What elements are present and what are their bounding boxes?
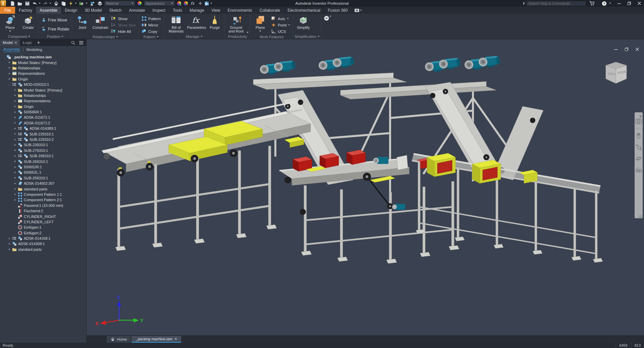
sketch-icon[interactable] [68, 1, 73, 6]
tree-item-cylinder-right[interactable]: CYLINDER_RIGHT [0, 214, 86, 219]
select-icon[interactable] [79, 1, 84, 6]
undo-icon[interactable] [32, 1, 37, 6]
pattern-button[interactable]: Pattern [140, 15, 162, 22]
expand-search-icon[interactable] [523, 2, 525, 5]
axis-button[interactable]: Axis [270, 15, 291, 22]
dropdown-caret[interactable] [49, 3, 51, 4]
collab-icon[interactable] [90, 1, 95, 6]
tree-item-standard-parts[interactable]: +standard parts [0, 247, 86, 252]
parameters-button[interactable]: fxParameters [188, 14, 205, 30]
tree-expander[interactable]: + [13, 110, 16, 114]
ribbon-group-label[interactable]: Component [1, 34, 37, 39]
tree-item-adsk-014502-307[interactable]: +ADSK-014502:307 [0, 181, 86, 186]
tree-expander[interactable]: + [13, 192, 16, 196]
tree-expander[interactable]: + [13, 165, 16, 169]
dropdown-caret[interactable] [287, 18, 289, 19]
tree-expander[interactable]: + [8, 77, 11, 81]
tree-item-500652r-1[interactable]: +500652R:1 [0, 164, 86, 170]
packing-machine-model[interactable]: X Y Z [87, 39, 644, 335]
tree-item-sub-269310-1[interactable]: +SUB-269310:1 [0, 159, 86, 164]
ribbon-group-label[interactable]: Manage [165, 34, 223, 39]
paste-icon[interactable] [61, 1, 66, 6]
ribbon-tab-inspect[interactable]: Inspect [149, 7, 169, 14]
tree-item-sub-239310-1[interactable]: +SUB-239310:1 [0, 142, 86, 148]
tree-expander[interactable]: + [13, 149, 16, 152]
tree-item-mod-029310-1[interactable]: -MOD-029310:1 [0, 82, 86, 87]
group-dropdown-caret[interactable] [157, 36, 159, 38]
tree-item-relationships[interactable]: +Relationships [0, 65, 86, 71]
ribbon-tab-collaborate[interactable]: Collaborate [256, 7, 284, 14]
full-navigation-wheel-icon[interactable] [635, 118, 642, 125]
ribbon-tab-environments[interactable]: Environments [224, 7, 256, 14]
tree-item-500586r-1[interactable]: +500586R:1 [0, 109, 86, 115]
tree-item-standard-parts[interactable]: +standard parts [0, 186, 86, 191]
ribbon-group-label[interactable]: Pattern [140, 35, 162, 39]
help-caret[interactable] [609, 3, 611, 4]
drawing-icon[interactable] [204, 1, 209, 6]
tree-item-sub-229310-2[interactable]: +SUB-229310:2 [0, 137, 86, 142]
dropdown-caret[interactable] [75, 3, 77, 4]
tree-item-adsk-014308-1[interactable]: +ADSK-014308:1 [0, 241, 86, 246]
group-dropdown-caret[interactable] [61, 36, 63, 37]
group-dropdown-caret[interactable] [116, 36, 118, 38]
toolbar-overflow-caret[interactable] [210, 3, 212, 4]
tree-expander[interactable]: + [13, 187, 16, 191]
tree-expander[interactable]: + [13, 138, 16, 141]
tree-expander[interactable]: + [8, 237, 11, 240]
tree-expander[interactable]: + [13, 198, 16, 202]
redo-icon[interactable] [43, 1, 48, 6]
tree-item-packing-machine-iam[interactable]: _packing machine.iam [0, 54, 86, 60]
adjust-appearance-icon[interactable] [177, 1, 181, 6]
ground-and-root-button[interactable]: Ground and Root [226, 14, 249, 33]
tree-expander[interactable]: + [13, 143, 16, 147]
help-icon[interactable]: ? [602, 1, 607, 6]
constrain-button[interactable]: Constrain [92, 14, 109, 30]
tree-expander[interactable]: - [8, 83, 11, 86]
point-button[interactable]: Point [270, 22, 291, 28]
tree-item-adsk-014168-1[interactable]: +ADSK-014168:1 [0, 236, 86, 241]
tree-expander[interactable]: + [13, 116, 16, 119]
appearance-dropdown[interactable]: Appearance [144, 1, 175, 6]
dropdown-caret[interactable] [247, 32, 249, 33]
tree-expander[interactable]: + [13, 132, 16, 136]
tree-expander[interactable]: + [13, 105, 16, 108]
close-button[interactable] [637, 1, 641, 5]
parameters-quick-icon[interactable]: fx [190, 1, 196, 6]
copy-button[interactable]: Copy [140, 28, 162, 35]
tree-item-fluchtend-2[interactable]: Fluchtend:2 [0, 208, 86, 214]
tree-item-relationships[interactable]: +Relationships [0, 93, 86, 98]
tree-item-einf-gen-2[interactable]: Einfügen:2 [0, 230, 86, 236]
tree-item-representations[interactable]: +Representations [0, 98, 86, 104]
dropdown-caret[interactable] [259, 31, 261, 32]
navbar-close-icon[interactable] [639, 113, 642, 116]
tree-item-sub-259310-1[interactable]: +SUB-259310:1 [0, 175, 86, 181]
mode-modeling[interactable]: Modeling [26, 48, 42, 52]
tree-expander[interactable]: + [8, 242, 11, 246]
tree-expander[interactable]: + [8, 72, 11, 75]
ribbon-tab-fusion-360[interactable]: Fusion 360 [324, 7, 351, 14]
mirror-button[interactable]: Mirror [140, 22, 162, 28]
home-icon[interactable] [54, 1, 59, 6]
place-button[interactable]: Place [1, 14, 19, 32]
free-move-button[interactable]: Free Move [40, 15, 70, 24]
ribbon-group-label[interactable]: Relationships [73, 35, 137, 39]
ribbon-tab-electromechanical[interactable]: Electromechanical [284, 7, 324, 14]
orbit-icon[interactable] [635, 155, 642, 162]
tree-item-adsk-014389-1[interactable]: +ADSK-014389:1 [0, 126, 86, 131]
tree-item-sub-279310-1[interactable]: +SUB-279310:1 [0, 148, 86, 153]
plane-button[interactable]: Plane [252, 14, 269, 32]
tree-expander[interactable]: + [13, 160, 16, 163]
purge-button[interactable]: Purge [206, 14, 223, 30]
ribbon-tab-tools[interactable]: Tools [169, 7, 186, 14]
doc-restore-button[interactable] [625, 47, 629, 51]
tree-item-component-pattern-2-1[interactable]: +Component Pattern 2:1 [0, 197, 86, 202]
tab-home[interactable]: Home [107, 336, 131, 343]
tree-item-representations[interactable]: +Representations [0, 71, 86, 76]
tree-expander[interactable]: + [13, 127, 16, 130]
tree-item-500652l-1[interactable]: +500652L:1 [0, 170, 86, 175]
group-dropdown-caret[interactable] [201, 36, 203, 37]
zoom-icon[interactable] [635, 144, 642, 151]
ribbon-tab-3d-model[interactable]: 3D Model [81, 7, 105, 14]
app-store-cart-icon[interactable] [589, 1, 595, 6]
pan-icon[interactable] [635, 132, 642, 139]
